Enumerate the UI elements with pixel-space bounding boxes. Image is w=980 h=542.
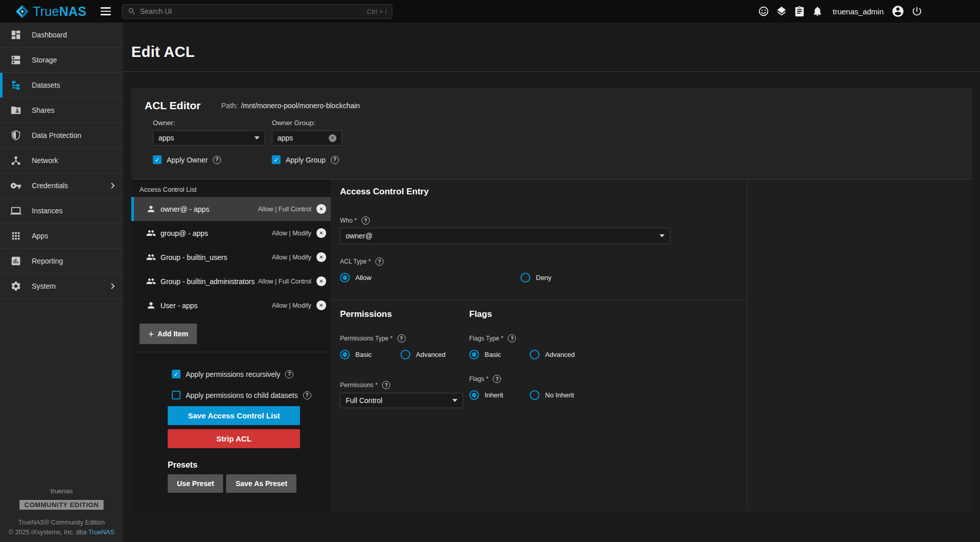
remove-ace-icon[interactable]: ✕ bbox=[316, 204, 326, 214]
sidebar-item-shares[interactable]: Shares bbox=[0, 98, 123, 123]
help-icon[interactable]: ? bbox=[397, 334, 406, 343]
data-protection-shield-icon bbox=[10, 130, 22, 141]
help-icon[interactable]: ? bbox=[331, 156, 339, 164]
help-icon[interactable]: ? bbox=[382, 381, 390, 389]
truecommand-layers-icon[interactable] bbox=[776, 6, 787, 17]
child-datasets-checkbox[interactable]: ✓ bbox=[172, 391, 181, 399]
add-item-button[interactable]: + Add Item bbox=[139, 324, 197, 344]
permissions-type-label: Permissions Type * bbox=[340, 335, 393, 342]
logged-in-username[interactable]: truenas_admin bbox=[833, 7, 884, 16]
acl-list-item[interactable]: User - apps Allow | Modify ✕ bbox=[131, 293, 331, 317]
recursive-label: Apply permissions recursively bbox=[186, 370, 280, 378]
save-acl-button[interactable]: Save Access Control List bbox=[168, 406, 300, 425]
jobs-clipboard-icon[interactable] bbox=[794, 6, 805, 17]
radio-option-basic[interactable]: Basic bbox=[469, 350, 530, 359]
search-placeholder: Search UI bbox=[140, 7, 172, 15]
help-icon[interactable]: ? bbox=[375, 257, 384, 266]
menu-toggle-button[interactable] bbox=[101, 7, 111, 15]
help-icon[interactable]: ? bbox=[362, 216, 370, 225]
remove-ace-icon[interactable]: ✕ bbox=[316, 300, 326, 310]
dashboard-icon bbox=[10, 29, 22, 41]
system-gear-icon bbox=[10, 280, 22, 292]
user-avatar-icon[interactable] bbox=[891, 5, 905, 18]
permissions-label: Permissions * bbox=[340, 382, 377, 389]
permissions-select[interactable]: Full Control bbox=[340, 393, 463, 408]
remove-ace-icon[interactable]: ✕ bbox=[316, 276, 326, 286]
chevron-down-icon bbox=[452, 399, 457, 402]
acl-list-item[interactable]: group@ - apps Allow | Modify ✕ bbox=[131, 221, 331, 245]
apply-group-checkbox[interactable]: ✓ bbox=[272, 155, 281, 164]
help-icon[interactable]: ? bbox=[303, 391, 311, 399]
sidebar-item-instances[interactable]: Instances bbox=[0, 198, 123, 224]
radio-option-deny[interactable]: Deny bbox=[521, 273, 701, 283]
sidebar-item-storage[interactable]: Storage bbox=[0, 48, 123, 73]
save-as-preset-button[interactable]: Save As Preset bbox=[226, 474, 296, 493]
ace-rule-text: Allow | Full Control bbox=[258, 206, 311, 213]
help-icon[interactable]: ? bbox=[508, 334, 516, 343]
credentials-key-icon bbox=[10, 180, 22, 191]
radio-option-advanced[interactable]: Advanced bbox=[401, 350, 461, 359]
sidebar-item-data-protection[interactable]: Data Protection bbox=[0, 123, 123, 148]
datasets-icon bbox=[10, 79, 22, 91]
sidebar-footer: truenas COMMUNITY EDITION TrueNAS® Commu… bbox=[0, 487, 123, 542]
radio-icon bbox=[530, 390, 539, 400]
radio-option-allow[interactable]: Allow bbox=[340, 273, 521, 283]
power-icon[interactable] bbox=[911, 6, 923, 17]
remove-ace-icon[interactable]: ✕ bbox=[316, 228, 326, 238]
truenas-link[interactable]: TrueNAS bbox=[88, 529, 114, 536]
apply-group-label: Apply Group bbox=[286, 156, 326, 164]
flags-type-label: Flags Type * bbox=[469, 335, 503, 342]
sidebar: Dashboard Storage Datasets Shares Data P… bbox=[0, 23, 123, 542]
owner-group-input[interactable]: apps ✕ bbox=[272, 130, 342, 146]
radio-icon bbox=[340, 273, 350, 283]
use-preset-button[interactable]: Use Preset bbox=[168, 474, 223, 493]
who-select[interactable]: owner@ bbox=[340, 228, 670, 244]
acl-list-item[interactable]: Group - builtin_users Allow | Modify ✕ bbox=[131, 245, 331, 269]
notifications-bell-icon[interactable] bbox=[812, 6, 823, 17]
feedback-smiley-icon[interactable] bbox=[758, 6, 769, 17]
network-icon bbox=[10, 155, 22, 166]
owner-select[interactable]: apps bbox=[153, 130, 265, 146]
radio-option-no-inherit[interactable]: No Inherit bbox=[530, 390, 590, 400]
recursive-checkbox[interactable]: ✓ bbox=[172, 370, 181, 378]
remove-ace-icon[interactable]: ✕ bbox=[316, 252, 326, 262]
search-shortcut-hint: Ctrl + / bbox=[367, 8, 387, 15]
radio-option-inherit[interactable]: Inherit bbox=[469, 390, 530, 400]
search-input[interactable]: Search UI Ctrl + / bbox=[122, 4, 392, 19]
acl-list-item[interactable]: owner@ - apps Allow | Full Control ✕ bbox=[131, 197, 331, 221]
sidebar-item-datasets[interactable]: Datasets bbox=[0, 73, 123, 98]
acl-editor-card: ACL Editor Path:/mnt/monero-pool/monero-… bbox=[131, 88, 972, 511]
chevron-down-icon bbox=[254, 136, 259, 139]
flags-label: Flags * bbox=[469, 375, 488, 383]
presets-title: Presets bbox=[168, 460, 331, 470]
help-icon[interactable]: ? bbox=[493, 375, 501, 383]
divider bbox=[331, 299, 747, 300]
truenas-logo[interactable]: TrueNAS bbox=[15, 4, 92, 19]
acl-list-item[interactable]: Group - builtin_administrators Allow | F… bbox=[131, 269, 331, 293]
ace-who-text: owner@ - apps bbox=[161, 205, 209, 213]
clear-icon[interactable]: ✕ bbox=[329, 134, 336, 142]
radio-option-advanced[interactable]: Advanced bbox=[530, 350, 590, 359]
ace-who-text: User - apps bbox=[161, 302, 197, 310]
copyright-text: © 2025 iXsystems, Inc. dba TrueNAS bbox=[0, 529, 123, 536]
truenas-logo-icon bbox=[15, 5, 29, 18]
sidebar-item-apps[interactable]: Apps bbox=[0, 224, 123, 249]
group-icon bbox=[146, 252, 156, 262]
radio-option-basic[interactable]: Basic bbox=[340, 350, 401, 359]
shares-icon bbox=[10, 105, 22, 116]
sidebar-item-system[interactable]: System bbox=[0, 274, 123, 299]
help-icon[interactable]: ? bbox=[285, 370, 293, 378]
apply-owner-checkbox[interactable]: ✓ bbox=[153, 155, 162, 164]
help-icon[interactable]: ? bbox=[213, 156, 221, 164]
ace-rule-text: Allow | Modify bbox=[272, 254, 311, 261]
strip-acl-button[interactable]: Strip ACL bbox=[168, 429, 300, 448]
sidebar-item-dashboard[interactable]: Dashboard bbox=[0, 23, 123, 48]
radio-icon bbox=[469, 390, 479, 400]
flags-type-radio-group: BasicAdvanced bbox=[469, 350, 598, 359]
sidebar-item-credentials[interactable]: Credentials bbox=[0, 173, 123, 198]
sidebar-item-network[interactable]: Network bbox=[0, 148, 123, 173]
acl-type-radio-group: AllowDeny bbox=[340, 273, 747, 283]
sidebar-item-reporting[interactable]: Reporting bbox=[0, 249, 123, 274]
divider bbox=[131, 352, 331, 352]
ace-rule-text: Allow | Full Control bbox=[258, 278, 311, 285]
